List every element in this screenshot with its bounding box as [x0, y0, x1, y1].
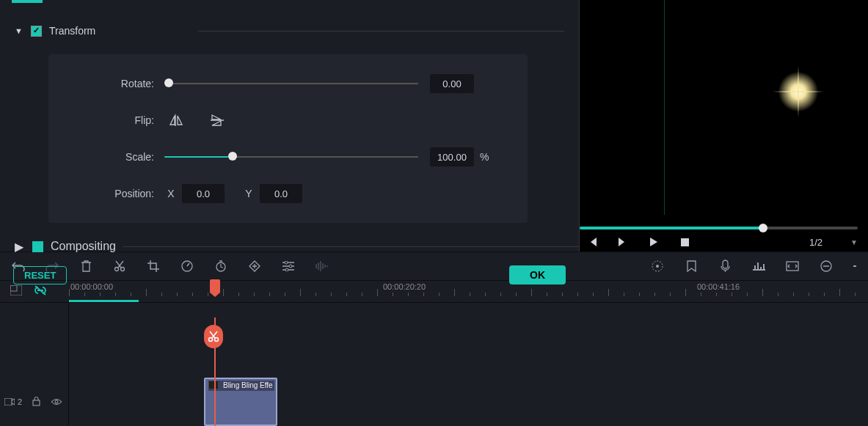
rotate-value-input[interactable] — [430, 74, 474, 93]
rotate-slider[interactable] — [164, 77, 418, 90]
divider — [198, 31, 564, 32]
preview-guide-line — [664, 0, 665, 215]
scale-label: Scale: — [48, 151, 164, 163]
svg-rect-14 — [10, 285, 17, 291]
timeline-selection — [69, 300, 139, 302]
position-y-input[interactable] — [260, 184, 302, 203]
transform-enable-checkbox[interactable] — [31, 26, 42, 37]
transform-body: Rotate: Flip: S — [48, 54, 528, 223]
svg-rect-17 — [4, 398, 12, 405]
zoom-out-icon[interactable] — [820, 260, 833, 273]
frame-dropdown-icon[interactable]: ▼ — [850, 238, 858, 246]
position-y-label: Y — [242, 188, 255, 199]
track-video-icon[interactable] — [4, 398, 15, 405]
timeline-tracks[interactable]: 2 Bling Bling Effe wand light film — [0, 303, 868, 426]
compositing-title: Compositing — [51, 240, 116, 253]
ruler-time-2: 00:00:41:16 — [697, 282, 740, 291]
ruler-time-1: 00:00:20:20 — [383, 282, 426, 291]
render-icon[interactable] — [651, 260, 664, 273]
svg-point-16 — [215, 338, 219, 342]
preview-pane: 1/2 ▼ — [580, 0, 868, 251]
frame-indicator: 1/2 — [809, 237, 823, 248]
flip-vertical-icon[interactable] — [205, 111, 229, 130]
position-x-label: X — [164, 188, 178, 199]
track-gutter — [0, 303, 69, 426]
preview-progress-thumb[interactable] — [759, 224, 767, 232]
track-number-badge: 2 — [18, 397, 22, 406]
transform-section-header[interactable]: ▼ Transform — [15, 21, 564, 41]
fit-icon[interactable] — [786, 260, 799, 273]
eye-icon[interactable] — [51, 398, 62, 405]
preview-progress-track[interactable] — [580, 227, 858, 229]
next-frame-icon[interactable] — [618, 238, 628, 246]
record-icon[interactable] — [718, 260, 732, 273]
svg-rect-13 — [10, 285, 22, 295]
track-controls: 2 — [4, 397, 62, 406]
media-icon[interactable] — [10, 285, 22, 295]
scale-value-input[interactable] — [430, 147, 474, 166]
svg-point-19 — [55, 400, 58, 403]
cut-handle-icon[interactable] — [204, 325, 223, 348]
svg-rect-0 — [681, 238, 689, 246]
flip-horizontal-icon[interactable] — [164, 111, 188, 130]
svg-rect-18 — [33, 400, 40, 405]
scale-slider[interactable] — [164, 150, 418, 164]
mixer-icon[interactable] — [752, 260, 765, 273]
compositing-section-header[interactable]: ▶ Compositing — [15, 236, 579, 257]
chevron-right-icon[interactable]: ▶ — [15, 240, 23, 254]
flip-label: Flip: — [48, 114, 164, 126]
zoom-slider[interactable] — [853, 265, 856, 267]
svg-rect-10 — [723, 260, 728, 268]
active-tab-indicator — [12, 0, 43, 3]
position-x-input[interactable] — [182, 184, 225, 203]
inspector-panel: ▼ Transform Rotate: Flip: — [0, 0, 580, 251]
clip-label: Bling Bling Effe — [208, 381, 274, 391]
playhead-icon[interactable] — [210, 279, 220, 293]
timeline-ruler[interactable]: 00:00:00:00 00:00:20:20 00:00:41:16 — [0, 281, 868, 303]
divider — [123, 246, 579, 247]
transform-title: Transform — [49, 25, 95, 37]
preview-viewport[interactable] — [593, 0, 868, 215]
link-icon[interactable] — [34, 284, 47, 296]
lock-icon[interactable] — [32, 397, 40, 406]
marker-icon[interactable] — [685, 260, 698, 273]
stop-icon[interactable] — [679, 238, 690, 246]
preview-content — [773, 66, 824, 117]
svg-point-15 — [209, 338, 213, 342]
svg-point-9 — [656, 265, 659, 268]
prev-frame-icon[interactable] — [587, 238, 597, 246]
scale-unit: % — [480, 151, 489, 163]
ruler-time-0: 00:00:00:00 — [70, 282, 113, 291]
play-icon[interactable] — [649, 238, 659, 246]
rotate-label: Rotate: — [48, 78, 164, 89]
chevron-down-icon[interactable]: ▼ — [15, 26, 22, 35]
position-label: Position: — [48, 188, 164, 199]
compositing-enable-checkbox[interactable] — [32, 241, 43, 252]
